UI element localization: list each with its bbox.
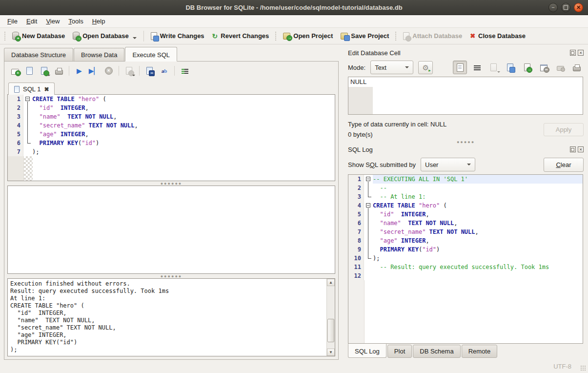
tab-plot[interactable]: Plot [387,345,412,358]
mode-select[interactable]: Text [370,61,413,74]
open-database-dropdown-icon[interactable] [133,37,137,39]
code-line: 10); [348,254,583,263]
maximize-button[interactable] [561,3,570,12]
sql-log-view[interactable]: 1-- EXECUTING ALL IN 'SQL 1'2 --3 -- At … [348,174,583,344]
menu-bar: File Edit View Tools Help [0,15,588,28]
cell-mode-row: Mode: Text ⚙ [348,58,584,77]
tab-db-schema[interactable]: DB Schema [413,345,460,358]
import-data-button[interactable] [487,61,500,74]
open-in-external-button[interactable]: ∞ [537,61,550,74]
save-results-icon [126,67,132,75]
cell-value-editor[interactable]: NULL [348,77,583,115]
save-project-icon [341,33,348,40]
tab-remote[interactable]: Remote [462,345,498,358]
close-database-button[interactable]: ✖ Close Database [466,30,529,41]
write-changes-button[interactable]: Write Changes [147,30,208,42]
code-line: 12 [348,271,583,280]
word-wrap-icon [474,65,481,71]
float-dock-icon[interactable] [570,50,576,56]
edit-cell-title: Edit Database Cell [348,49,570,57]
message-line: CREATE TABLE "hero" ( [10,302,324,310]
message-line: "age" INTEGER, [10,332,324,339]
toolbar-drag-handle[interactable] [4,31,6,41]
edit-cell-dock-title: Edit Database Cell ✕ [348,47,584,58]
auto-detect-button[interactable]: ⚙ [418,61,433,74]
left-panel: Database Structure Browse Data Execute S… [0,44,343,360]
code-line: 4CREATE TABLE "hero" ( [348,201,583,210]
menu-file[interactable]: File [3,16,22,26]
close-tab-icon[interactable]: ✖ [44,86,49,93]
code-line: 5 "age" INTEGER, [8,130,335,139]
attach-database-button[interactable]: Attach Database [399,30,466,42]
float-dock-icon[interactable] [570,146,576,152]
text-mode-button[interactable] [453,61,467,74]
revert-changes-icon: ↻ [212,33,218,40]
open-database-button[interactable]: → Open Database [69,30,141,42]
replace-icon: ab [162,68,167,74]
save-results-button[interactable] [122,64,136,77]
results-splitter[interactable]: ●●●●●● [4,274,338,278]
save-icon [507,63,513,71]
open-sql-file-button[interactable] [23,64,36,77]
message-line: "secret_name" TEXT NOT NULL, [10,324,324,332]
execute-all-button[interactable]: ▶ [73,64,86,77]
close-button[interactable]: ✕ [574,3,583,12]
save-sql-dropdown-icon[interactable] [47,75,50,76]
apply-button[interactable]: Apply [544,123,584,136]
menu-help[interactable]: Help [88,16,110,26]
stop-execution-button[interactable]: ✕ [102,64,115,77]
word-wrap-icon [182,69,188,74]
close-dock-icon[interactable]: ✕ [578,146,584,152]
sql-document-tab-bar: SQL 1 ✖ [4,80,338,94]
export-cell-button[interactable]: → [521,61,534,74]
set-null-button[interactable] [554,61,567,74]
scroll-up-icon[interactable]: ▲ [327,279,335,286]
menu-view[interactable]: View [41,16,64,26]
results-scrollbar[interactable]: ▲ ▼ [326,279,335,356]
set-null-icon [557,66,564,71]
editor-splitter[interactable]: ●●●●●● [4,181,338,186]
sql-editor[interactable]: 1CREATE TABLE "hero" (2 "id" INTEGER,3 "… [7,94,335,181]
submitted-by-select[interactable]: User [421,158,475,171]
save-project-button[interactable]: Save Project [337,30,393,41]
window-controls: − ✕ [548,3,588,12]
print-icon [573,66,581,71]
attach-database-icon [403,32,409,40]
menu-tools[interactable]: Tools [64,16,87,26]
execution-message-text[interactable]: Execution finished without errors.Result… [8,279,326,356]
close-dock-icon[interactable]: ✕ [578,50,584,56]
open-project-button[interactable]: → Open Project [279,30,337,41]
scrollbar-thumb[interactable] [327,319,334,342]
save-sql-file-button[interactable] [38,64,51,77]
cell-word-wrap-button[interactable] [470,61,484,74]
resize-grip[interactable] [580,365,587,372]
clear-log-button[interactable]: Clear [544,158,584,172]
minimize-button[interactable]: − [548,3,558,12]
dock-splitter[interactable]: ●●●●● [348,140,584,144]
print-icon [55,70,63,75]
new-database-button[interactable]: + New Database [8,30,69,42]
menu-edit[interactable]: Edit [22,16,41,26]
scroll-down-icon[interactable]: ▼ [327,349,335,356]
execute-current-line-button[interactable]: ▶▏ [87,64,101,77]
tab-execute-sql[interactable]: Execute SQL [125,47,177,62]
find-icon: ∞ [146,67,153,75]
save-results-dropdown-icon[interactable] [132,75,135,76]
mode-label: Mode: [348,64,365,71]
new-tab-button[interactable]: + [8,64,21,77]
right-panel: Edit Database Cell ✕ Mode: Text ⚙ [343,44,588,360]
find-button[interactable]: ∞ [143,64,156,77]
print-cell-button[interactable] [570,61,584,74]
revert-changes-button[interactable]: ↻ Revert Changes [208,30,273,41]
filter-label: Show SQL submitted by [348,161,416,168]
results-grid[interactable] [7,186,335,274]
save-cell-button[interactable] [504,61,517,74]
tab-browse-data[interactable]: Browse Data [74,48,124,61]
replace-button[interactable]: ab [158,64,171,77]
tab-sql-log[interactable]: SQL Log [348,344,386,358]
encoding-indicator[interactable]: UTF-8 [553,363,571,370]
print-sql-button[interactable] [52,64,65,77]
sql1-tab[interactable]: SQL 1 ✖ [8,83,55,95]
tab-database-structure[interactable]: Database Structure [4,48,73,61]
word-wrap-button[interactable] [178,64,191,77]
